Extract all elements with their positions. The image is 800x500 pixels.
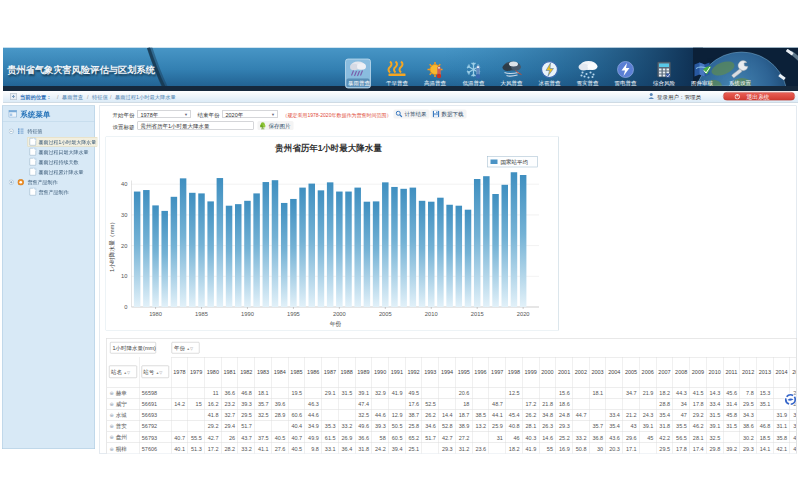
svg-text:10: 10 xyxy=(121,273,127,279)
svg-text:贵州省气象灾害风险评估与区划系统: 贵州省气象灾害风险评估与区划系统 xyxy=(7,64,156,75)
svg-text:贵州省历年1小时最大降水量: 贵州省历年1小时最大降水量 xyxy=(274,143,382,153)
svg-text:30: 30 xyxy=(121,212,127,218)
svg-text:20: 20 xyxy=(121,243,127,249)
svg-text:0: 0 xyxy=(124,304,127,310)
svg-text:国家站平均: 国家站平均 xyxy=(501,159,529,166)
svg-text:1985: 1985 xyxy=(195,311,208,317)
svg-text:暴雨普查: 暴雨普查 xyxy=(348,80,371,87)
svg-text:2020: 2020 xyxy=(517,311,530,317)
svg-text:年份: 年份 xyxy=(330,320,342,328)
svg-text:冰雹普查: 冰雹普查 xyxy=(539,80,562,87)
svg-text:干旱普查: 干旱普查 xyxy=(386,80,409,87)
svg-text:图件审核: 图件审核 xyxy=(691,80,714,87)
svg-text:1小时降水量（mm）: 1小时降水量（mm） xyxy=(108,219,115,272)
svg-text:大风普查: 大风普查 xyxy=(501,80,524,87)
svg-text:系统设置: 系统设置 xyxy=(729,80,752,87)
svg-text:1980: 1980 xyxy=(149,311,162,317)
svg-text:雷电普查: 雷电普查 xyxy=(615,80,638,87)
svg-text:2005: 2005 xyxy=(379,311,392,317)
svg-text:40: 40 xyxy=(121,181,127,187)
svg-text:高温普查: 高温普查 xyxy=(424,80,447,87)
svg-text:雪灾普查: 雪灾普查 xyxy=(577,80,600,87)
svg-text:2000: 2000 xyxy=(333,311,346,317)
svg-text:1990: 1990 xyxy=(241,311,254,317)
svg-text:2010: 2010 xyxy=(425,311,438,317)
svg-text:综合风险: 综合风险 xyxy=(653,80,676,87)
svg-text:2015: 2015 xyxy=(471,311,484,317)
svg-text:低温普查: 低温普查 xyxy=(463,80,486,87)
svg-text:1995: 1995 xyxy=(287,311,300,317)
